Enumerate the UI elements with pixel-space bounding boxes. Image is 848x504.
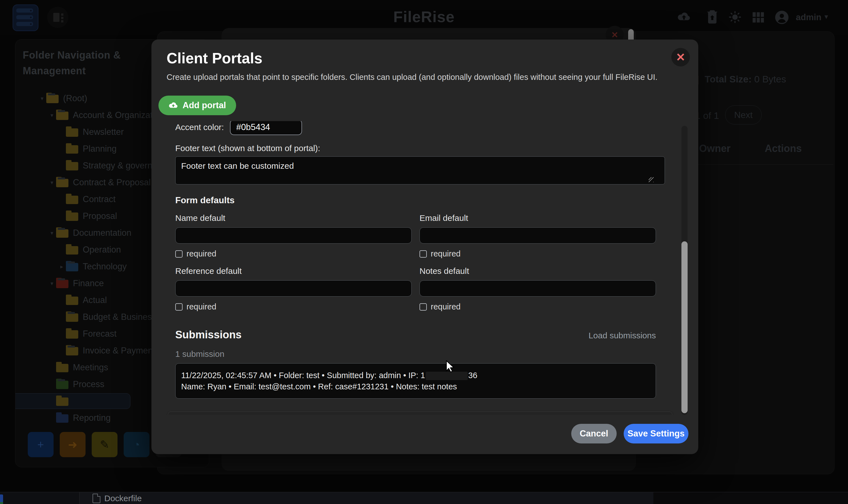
column-header-actions: Actions <box>765 143 802 155</box>
folder-shape <box>66 263 78 271</box>
sidebar-heading: Folder Navigation & Management <box>23 47 141 79</box>
portal-row[interactable]: ▴ main test portal-h46ozd <box>168 412 672 415</box>
email-default-input[interactable] <box>420 227 656 244</box>
folder-label: Proposal <box>83 211 117 221</box>
add-portal-button[interactable]: Add portal <box>158 95 236 115</box>
folder-arrow-icon: ➜ <box>68 438 77 451</box>
total-size-value: 0 Bytes <box>754 74 786 84</box>
folder-icon <box>56 396 69 406</box>
folder-shape <box>56 381 68 389</box>
add-portal-label: Add portal <box>182 100 226 110</box>
folder-label: Account & Organization <box>73 110 164 120</box>
form-defaults-grid: Name defaultrequiredEmail defaultrequire… <box>175 205 656 311</box>
folder-plus-icon: + <box>37 438 44 451</box>
accent-color-label: Accent color: <box>175 123 224 132</box>
sidebar-item-projects[interactable]: Projects <box>15 393 209 410</box>
form-field-name-default: Name defaultrequired <box>175 205 412 258</box>
statusbar-right-segment <box>653 492 848 504</box>
required-label: required <box>187 302 216 311</box>
column-header-owner[interactable]: Owner <box>699 143 730 155</box>
save-settings-button[interactable]: Save Settings <box>624 424 688 444</box>
folder-color-button[interactable]: ◔ <box>124 432 149 457</box>
folder-icon <box>46 93 59 104</box>
required-checkbox[interactable] <box>420 250 427 258</box>
open-file-tab[interactable]: Dockerfile <box>92 493 142 503</box>
folder-icon <box>56 228 69 238</box>
notes-default-input[interactable] <box>420 280 656 296</box>
submission-meta-pre: 11/22/2025, 02:45:57 AM • Folder: test •… <box>181 371 425 380</box>
folder-label: Planning <box>83 144 117 154</box>
tree-caret-icon[interactable]: ▾ <box>48 280 56 287</box>
statusbar-accent-blue <box>0 494 3 502</box>
grid-view-icon[interactable] <box>752 11 764 23</box>
upload-cloud-icon[interactable] <box>677 11 691 22</box>
upload-cloud-icon <box>169 102 178 109</box>
folder-icon <box>56 413 69 423</box>
load-submissions-link[interactable]: Load submissions <box>589 331 656 340</box>
name-default-input[interactable] <box>175 227 412 244</box>
screen: FileRise admin ▾ Files: 0 <box>0 0 848 504</box>
folder-shape <box>56 179 68 187</box>
required-checkbox[interactable] <box>175 250 182 258</box>
folder-label: Projects <box>73 396 104 406</box>
folder-label: Forecast <box>83 329 117 339</box>
page-indicator: 1 of 1 <box>695 110 719 121</box>
client-portals-modal: Client Portals Create upload portals tha… <box>152 39 698 454</box>
create-folder-button[interactable]: + <box>28 432 54 457</box>
user-avatar-icon[interactable] <box>775 10 789 25</box>
tree-caret-icon[interactable]: ▾ <box>48 179 56 186</box>
modal-close-button[interactable]: ✕ <box>671 48 690 67</box>
folder-shape <box>66 128 78 137</box>
footer-text-textarea[interactable] <box>175 157 665 184</box>
folder-icon <box>66 245 79 255</box>
move-folder-button[interactable]: ➜ <box>60 432 86 457</box>
form-field-notes-default: Notes defaultrequired <box>420 258 656 311</box>
palette-icon: ◔ <box>133 438 140 451</box>
theme-sun-icon[interactable] <box>728 11 741 23</box>
folder-shape <box>66 246 78 254</box>
form-defaults-heading: Form defaults <box>175 195 656 205</box>
submission-detail-line: Name: Ryan • Email: test@test.com • Ref:… <box>181 381 650 392</box>
textarea-resize-grip[interactable] <box>649 177 654 182</box>
folder-shape <box>56 397 68 406</box>
folder-icon <box>66 211 79 221</box>
modal-scroll-area[interactable]: Accent color: Footer text (shown at bott… <box>161 121 680 415</box>
modal-scrollbar-thumb[interactable] <box>682 241 688 413</box>
ip-redaction <box>426 372 468 380</box>
folder-icon <box>66 346 79 356</box>
folder-label: Reporting <box>73 413 110 423</box>
required-checkbox[interactable] <box>420 303 427 311</box>
user-menu-caret-icon[interactable]: ▾ <box>825 12 828 21</box>
required-checkbox[interactable] <box>175 303 182 311</box>
folder-icon <box>66 194 79 204</box>
folder-icon <box>56 177 69 187</box>
modal-subtitle: Create upload portals that point to spec… <box>166 73 658 82</box>
modal-scrollbar-track[interactable] <box>682 126 688 415</box>
cancel-button[interactable]: Cancel <box>571 424 617 444</box>
folder-shape <box>46 95 59 103</box>
folder-icon <box>66 295 79 305</box>
rename-folder-button[interactable]: ✎ <box>92 432 118 457</box>
folder-shape <box>66 145 78 154</box>
folder-shape <box>56 280 68 288</box>
folder-label: (Root) <box>63 93 87 104</box>
tree-caret-icon[interactable]: ▾ <box>38 95 46 102</box>
tree-caret-icon[interactable]: ▾ <box>48 230 56 236</box>
reference-default-input[interactable] <box>175 280 412 296</box>
accent-color-input[interactable] <box>230 121 302 135</box>
trash-icon[interactable] <box>707 10 718 23</box>
app-title: FileRise <box>0 8 848 26</box>
footer-text-label: Footer text (shown at bottom of portal): <box>175 144 656 153</box>
tree-caret-icon[interactable]: ▸ <box>57 263 66 270</box>
folder-label: Actual <box>83 295 107 305</box>
folder-icon <box>66 312 79 322</box>
folder-label: Newsletter <box>83 127 124 137</box>
next-page-button[interactable]: Next <box>725 105 762 124</box>
folder-shape <box>66 196 78 204</box>
folder-shape <box>56 229 68 238</box>
file-tab-label: Dockerfile <box>104 493 142 503</box>
user-name-label[interactable]: admin <box>796 12 822 22</box>
submissions-heading: Submissions <box>175 329 242 341</box>
tree-caret-icon[interactable]: ▾ <box>48 112 56 119</box>
folder-shape <box>66 313 78 322</box>
